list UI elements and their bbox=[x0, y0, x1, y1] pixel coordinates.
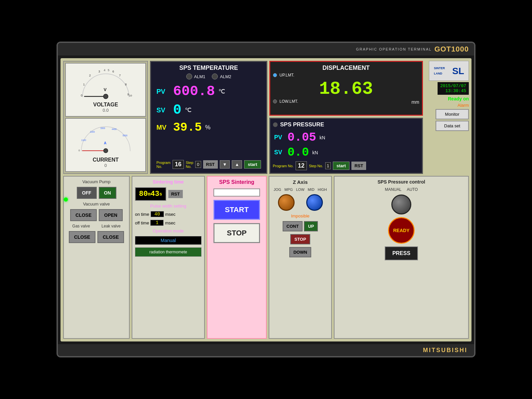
program-row: Program No. 16 Step No. 0 RST ▼ ▲ start bbox=[154, 159, 263, 170]
sps-temp-arrow-up-button[interactable]: ▲ bbox=[232, 160, 242, 169]
on-time-input[interactable] bbox=[151, 211, 164, 217]
current-gauge: 0 1100 2200 3300 4400 5500 A bbox=[76, 122, 136, 156]
jog-label: JOG bbox=[274, 188, 281, 192]
gas-leak-labels: Gas valve Leak valve bbox=[66, 224, 126, 228]
displacement-value: 18.63 bbox=[273, 79, 419, 99]
sps-temp-arrow-down-button[interactable]: ▼ bbox=[220, 160, 230, 169]
vacuum-close-button[interactable]: CLOSE bbox=[70, 209, 97, 221]
off-time-label: off time bbox=[135, 220, 149, 225]
sv-unit: ℃ bbox=[185, 106, 192, 114]
svg-text:3: 3 bbox=[98, 70, 100, 73]
up-lmt-dot bbox=[273, 73, 277, 77]
data-set-button[interactable]: Data set bbox=[436, 121, 469, 131]
pressure-dot bbox=[273, 122, 278, 127]
gas-close-button[interactable]: CLOSE bbox=[69, 231, 95, 243]
off-time-row: off time msec bbox=[135, 220, 201, 226]
side-info: SINTER LAND SL 2015/07/07 13:30:45 Ready… bbox=[425, 61, 469, 174]
date-display: 2015/07/07 bbox=[440, 83, 466, 88]
zaxis-down-button[interactable]: DOWN bbox=[289, 247, 311, 257]
sps-press-ctrl-title: SPS Pressure control bbox=[377, 179, 425, 185]
leak-label: Leak valve bbox=[101, 224, 120, 228]
status-ready: Ready on bbox=[448, 96, 469, 101]
low-label: LOW bbox=[296, 188, 304, 192]
pres-step-value: 1 bbox=[325, 162, 331, 169]
pres-pv-row: PV 0.05 kN bbox=[273, 130, 419, 145]
pres-pv-unit: kN bbox=[320, 135, 325, 140]
svg-text:2: 2 bbox=[89, 74, 91, 77]
time-s-unit: s bbox=[159, 192, 162, 197]
ready-button[interactable]: READY bbox=[388, 217, 415, 244]
high-label: HIGH bbox=[318, 188, 327, 192]
pv-row: PV 600.8 ℃ bbox=[154, 82, 263, 101]
voltage-meter: 0 1 2 3 4 5 6 7 8 9 10 bbox=[65, 63, 146, 117]
sps-sintering-progress bbox=[213, 189, 260, 197]
svg-text:10: 10 bbox=[129, 94, 132, 97]
manual-label: MANUAL bbox=[385, 187, 401, 192]
knobs-row bbox=[272, 194, 329, 211]
sps-pressure-start-button[interactable]: start bbox=[333, 162, 349, 170]
svg-text:4: 4 bbox=[104, 68, 105, 72]
vacuum-off-button[interactable]: OFF bbox=[77, 187, 97, 199]
brand-got: GOT1000 bbox=[434, 45, 469, 54]
svg-text:A: A bbox=[104, 141, 106, 145]
pressure-control-knob[interactable] bbox=[391, 195, 411, 214]
time-display: 13:30:45 bbox=[440, 88, 466, 93]
sps-sintering-title: SPS Sintering bbox=[219, 179, 254, 185]
speed-knob[interactable] bbox=[278, 194, 295, 211]
imposible-label: Imposible bbox=[272, 213, 329, 218]
bottom-bar: MITSUBISHI bbox=[58, 344, 474, 356]
up-lmt-label: UP.LMT. bbox=[280, 73, 294, 77]
pres-sv-label: SV bbox=[274, 149, 284, 156]
on-time-row: on time msec bbox=[135, 211, 201, 217]
zaxis-stop-button[interactable]: STOP bbox=[290, 234, 310, 244]
direction-knob[interactable] bbox=[306, 194, 323, 211]
meters-panel: 0 1 2 3 4 5 6 7 8 9 10 bbox=[63, 61, 148, 174]
prog-label: Program No. bbox=[156, 161, 170, 169]
off-time-input[interactable] bbox=[150, 220, 164, 226]
current-value: 0 bbox=[104, 163, 107, 168]
sintering-title: Sintering time bbox=[135, 179, 201, 185]
zaxis-cont-button[interactable]: CONT bbox=[283, 221, 303, 231]
step-label: Step No. bbox=[186, 161, 194, 169]
top-section: 0 1 2 3 4 5 6 7 8 9 10 bbox=[63, 61, 469, 174]
pres-pv-label: PV bbox=[274, 134, 284, 141]
sps-temp-start-button[interactable]: start bbox=[244, 160, 261, 169]
sps-sintering-panel: SPS Sintering START STOP bbox=[207, 176, 267, 339]
zaxis-title: Z Axis bbox=[272, 179, 329, 185]
zaxis-up-button[interactable]: UP bbox=[304, 221, 318, 231]
alm-row: ALM1 ALM2 bbox=[154, 73, 263, 79]
svg-text:5: 5 bbox=[108, 68, 109, 72]
press-button[interactable]: PRESS bbox=[385, 246, 418, 260]
voltage-title: VOLTAGE bbox=[93, 102, 118, 108]
vacuum-open-button[interactable]: OPEN bbox=[99, 209, 123, 221]
time-m-unit: m bbox=[148, 192, 150, 197]
sintering-rst-button[interactable]: RST bbox=[168, 190, 183, 198]
pres-sv-value: 0.0 bbox=[288, 146, 309, 159]
radiation-button[interactable]: radiation thermomete bbox=[135, 247, 201, 257]
sps-temp-rst-button[interactable]: RST bbox=[203, 160, 218, 169]
gas-label: Gas valve bbox=[72, 224, 90, 228]
sps-stop-button[interactable]: STOP bbox=[213, 223, 260, 243]
leak-close-button[interactable]: CLOSE bbox=[97, 231, 124, 243]
alm1-indicator bbox=[186, 73, 192, 79]
sps-start-button[interactable]: START bbox=[213, 200, 260, 220]
displacement-title: DISPLACEMENT bbox=[273, 65, 419, 71]
vacuum-on-button[interactable]: ON bbox=[99, 187, 116, 199]
mpg-label: MPG bbox=[284, 188, 293, 192]
svg-text:V: V bbox=[103, 87, 106, 92]
jog-labels: JOG MPG LOW MID HIGH bbox=[272, 188, 329, 192]
svg-text:7: 7 bbox=[119, 74, 121, 77]
svg-text:3300: 3300 bbox=[100, 127, 105, 129]
pres-sv-row: SV 0.0 kN bbox=[273, 145, 419, 160]
zaxis-cont-up-row: CONT UP bbox=[272, 221, 329, 231]
monitor-button[interactable]: Monitor bbox=[436, 109, 469, 119]
svg-text:LAND: LAND bbox=[434, 72, 442, 75]
auto-label: AUTO bbox=[407, 187, 418, 192]
svg-text:6: 6 bbox=[112, 70, 114, 73]
green-led bbox=[64, 198, 68, 201]
alm2-indicator bbox=[212, 73, 218, 79]
alm1-label: ALM1 bbox=[194, 74, 205, 79]
svg-text:0: 0 bbox=[78, 149, 80, 151]
sps-pressure-rst-button[interactable]: RST bbox=[351, 162, 366, 170]
alm2-item: ALM2 bbox=[212, 73, 231, 79]
